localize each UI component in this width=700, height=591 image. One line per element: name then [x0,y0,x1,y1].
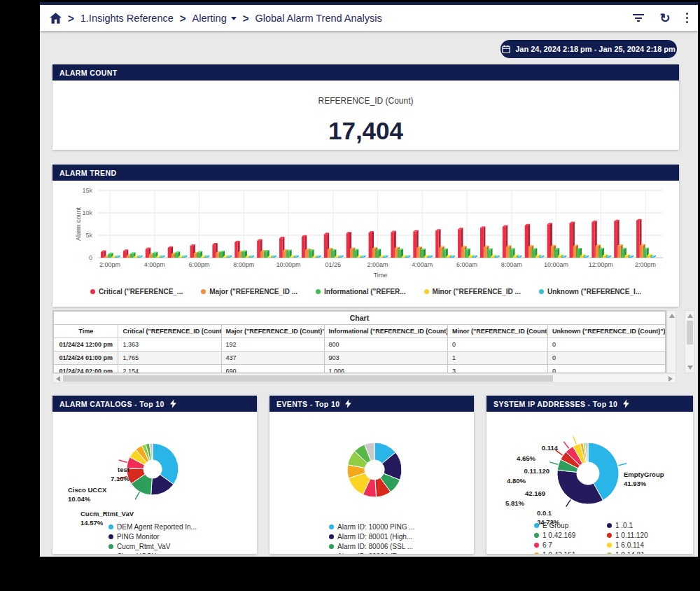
table-column-header: Major ("REFERENCE_ID (Count)") [221,325,324,338]
events-legend-item[interactable]: Alarm ID: 10000 PING ... [329,523,415,531]
ips-legend-item[interactable]: 1 0.42.169 [534,531,575,539]
svg-text:01/25: 01/25 [326,261,342,268]
legend-label: Critical ("REFERENCE_... [99,288,183,296]
catalogs-legend-item[interactable]: DEM Agent Reported In... [108,523,197,531]
kebab-menu-icon[interactable] [686,11,689,25]
table-row: 01/24/24 02:00 pm2,1546901,00630 [54,365,666,374]
table-cell: 1,006 [324,365,447,374]
legend-label: 6 7 [542,541,552,549]
ips-legend-item[interactable]: 1 0.11.120 [607,531,648,539]
system-ips-legend-left: E Group1 0.42.1696 71 0.42.151 [534,522,575,554]
table-cell: 01/24/24 01:00 pm [54,352,118,365]
legend-label: Major ("REFERENCE_ID ... [209,288,298,296]
legend-label: Cucm_Rtmt_VaV [117,543,171,550]
breadcrumb-bar: > 1.Insights Reference > Alerting > Glob… [40,2,698,31]
events-donut-chart[interactable] [270,412,474,524]
ips-legend-item[interactable]: 1 .0.1 [607,522,648,529]
table-title: Chart [53,311,666,324]
svg-text:6:00pm: 6:00pm [189,261,210,268]
ips-legend-item[interactable]: E Group [534,522,575,529]
scroll-up-arrow[interactable] [687,314,693,318]
legend-dot [607,523,612,528]
table-cell: 1,765 [118,352,221,365]
lightning-bolt-icon [345,399,351,408]
legend-dot [539,289,544,294]
table-cell: 1 [448,352,548,365]
legend-label: Alarm ID: 80001 (High... [337,533,412,541]
legend-dot [607,543,612,548]
scroll-up-arrow[interactable] [669,314,675,318]
lightning-bolt-icon [623,399,629,408]
catalogs-legend-item[interactable]: Cisco UCCX [108,552,197,554]
donut-callout: test7.10% [86,465,130,483]
events-legend-item[interactable]: Alarm ID: 80001 (High... [329,533,415,541]
breadcrumb-item-insights[interactable]: 1.Insights Reference [80,13,174,24]
svg-text:0: 0 [89,254,92,261]
legend-label: 1 0.42.151 [542,551,575,554]
scrollbar-thumb[interactable] [687,321,693,345]
system-ips-legend-right: 1 .0.11 0.11.1201 6.0.1141 0.14.81 [607,522,648,554]
trend-legend-item[interactable]: Major ("REFERENCE_ID ... [201,288,298,296]
trend-legend-item[interactable]: Informational ("REFER... [316,288,405,296]
events-legend-item[interactable]: Alarm ID: 80004 (Erro... [329,552,415,554]
ips-legend-item[interactable]: 6 7 [534,541,575,549]
scroll-right-arrow[interactable] [668,376,673,382]
legend-label: Minor ("REFERENCE_ID ... [433,288,521,296]
events-header: EVENTS - Top 10 [270,396,474,412]
donut-callout: 0.114 [528,443,558,452]
table-cell: 1,363 [118,338,221,352]
legend-label: 1 .0.1 [615,522,633,529]
legend-dot [534,523,539,528]
breadcrumb-item-alerting[interactable]: Alerting [192,13,237,24]
ips-legend-item[interactable]: 1 0.14.81 [607,551,648,554]
alarm-catalogs-donut-chart[interactable] [52,412,257,524]
ips-legend-item[interactable]: 1 0.42.151 [534,551,575,554]
svg-text:8:00pm: 8:00pm [233,261,254,268]
scrollbar-thumb[interactable] [63,375,553,382]
ips-legend-item[interactable]: 1 6.0.114 [607,541,648,549]
page-title: Global Alarm Trend Analysis [255,13,382,24]
legend-dot [329,544,334,549]
chart-table-section: Chart TimeCritical ("REFERENCE_ID (Count… [52,310,696,386]
alarm-count-value: 17,404 [52,117,679,145]
legend-label: Informational ("REFER... [324,288,405,296]
table-column-header: Informational ("REFERENCE_ID (Count)") [324,325,447,338]
legend-dot [607,552,612,554]
alarm-trend-panel: ALARM TREND 05k10k15k2:00pm4:00pm6:00pm8… [52,165,679,307]
trend-legend-item[interactable]: Minor ("REFERENCE_ID ... [424,288,521,296]
legend-label: DEM Agent Reported In... [117,523,197,531]
page-vertical-scrollbar[interactable] [685,310,695,373]
svg-text:Time: Time [374,272,388,279]
legend-label: Alarm ID: 10000 PING ... [337,523,415,531]
legend-label: 1 0.42.169 [542,531,575,539]
refresh-icon[interactable]: ↻ [659,13,670,24]
legend-dot [607,533,612,538]
breadcrumb: > 1.Insights Reference > Alerting > Glob… [50,12,382,24]
catalogs-legend-item[interactable]: Cucm_Rtmt_VaV [108,543,197,550]
svg-text:6:00am: 6:00am [456,261,477,268]
scroll-down-arrow[interactable] [687,366,693,370]
svg-text:10k: 10k [82,209,92,216]
table-column-header: Unknown ("REFERENCE_ID (Count)") [547,325,665,338]
filter-icon[interactable] [633,13,644,24]
svg-text:2:00pm: 2:00pm [99,261,120,268]
legend-dot [90,289,95,294]
scroll-left-arrow[interactable] [56,376,60,382]
home-icon[interactable] [50,13,62,24]
date-range-picker[interactable]: Jan 24, 2024 2:18 pm - Jan 25, 2024 2:18… [500,40,677,58]
catalogs-legend-item[interactable]: PING Monitor [108,533,197,541]
events-legend-item[interactable]: Alarm ID: 80006 (SSL ... [329,543,415,550]
table-horizontal-scrollbar[interactable] [52,373,676,383]
legend-label: Cisco UCCX [117,552,156,554]
chevron-right-icon: > [68,11,74,25]
legend-label: 1 6.0.114 [615,541,644,549]
table-cell: 800 [324,338,447,352]
svg-text:4:00am: 4:00am [412,261,433,268]
table-cell: 0 [547,352,665,365]
trend-legend-item[interactable]: Critical ("REFERENCE_... [90,288,183,296]
chevron-down-icon [231,17,237,20]
trend-legend-item[interactable]: Unknown ("REFERENCE_I... [539,288,641,296]
alarm-trend-chart[interactable]: 05k10k15k2:00pm4:00pm6:00pm8:00pm10:00pm… [52,181,678,284]
table-vertical-scrollbar[interactable] [666,310,676,373]
system-ips-header: SYSTEM IP ADDRESSES - Top 10 [486,396,693,412]
